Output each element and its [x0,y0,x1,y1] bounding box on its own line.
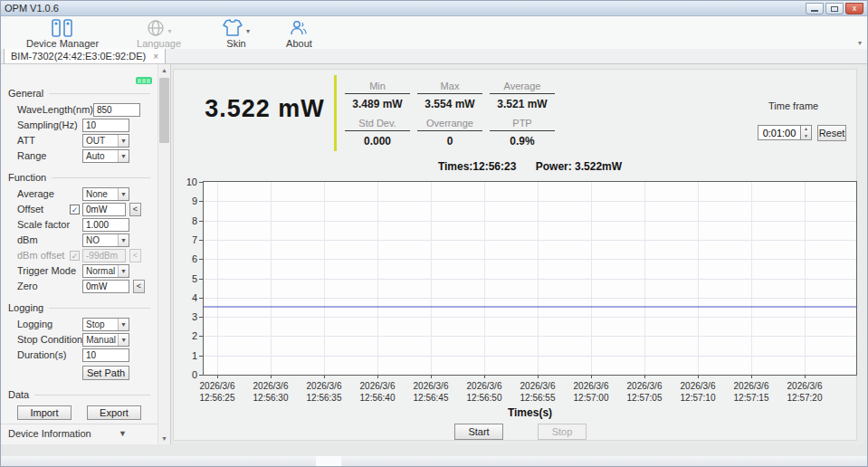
skin-button[interactable]: ▾ Skin [219,18,253,50]
ptp-value: 0.9% [487,131,558,153]
x-tick-mark [751,375,752,378]
reset-button[interactable]: Reset [817,125,846,141]
chevron-down-icon: ▼ [118,265,129,277]
tabstrip: BIM-7302(24:42:E3:0E:92:DE) × [1,49,867,64]
spin-down-icon[interactable]: ▼ [801,133,811,140]
x-tick-mark [644,375,645,378]
y-tick-mark [199,182,203,183]
import-button[interactable]: Import [17,405,72,420]
taskbar-notch [316,456,341,467]
att-label: ATT [17,135,82,146]
y-tick-label: 6 [177,253,197,264]
stop-condition-select[interactable]: Manual▼ [82,333,129,347]
min-label: Min [345,79,410,94]
scale-factor-input[interactable] [82,218,129,232]
about-button[interactable]: About [282,18,316,50]
timeframe-label: Time frame [768,100,818,111]
toolbar-overflow-icon[interactable]: ▾ [858,39,862,47]
device-manager-button[interactable]: Device Manager [23,18,102,50]
window-title: OPM V1.0.6 [5,3,59,14]
export-button[interactable]: Export [87,405,141,420]
stats-grid: Min3.489 mW Max3.554 mW Average3.521 mW … [342,79,558,153]
x-tick-mark [431,375,432,378]
device-information-label: Device Information [8,428,91,439]
scroll-up-icon[interactable]: ▲ [158,64,170,76]
scroll-thumb[interactable] [159,78,169,143]
y-tick-label: 8 [177,215,197,226]
std-dev-label: Std Dev. [345,116,410,131]
y-tick-mark [199,356,203,357]
shirt-icon [223,19,243,37]
person-icon [290,19,308,37]
x-tick-mark [484,375,485,378]
average-stat-label: Average [490,79,555,94]
dbm-select[interactable]: NO▼ [82,234,129,247]
y-tick-mark [199,317,203,318]
zero-label: Zero [17,281,82,291]
stop-button: Stop [538,424,587,440]
duration-input[interactable] [82,348,129,362]
offset-apply-button[interactable]: < [129,203,141,216]
y-tick-mark [199,279,203,280]
average-stat-value: 3.521 mW [487,94,558,116]
power-line-series [204,182,856,375]
spin-up-icon[interactable]: ▲ [801,126,811,133]
chevron-down-icon: ▾ [246,27,250,37]
skin-label: Skin [226,38,245,49]
chevron-down-icon: ▼ [118,188,129,200]
wavelength-input[interactable] [93,103,140,117]
timeframe-input[interactable] [758,125,801,140]
yellow-separator [334,75,337,151]
ptp-label: PTP [490,116,555,131]
att-select[interactable]: OUT▼ [82,134,129,148]
x-tick-mark [538,375,539,378]
y-tick-label: 0 [177,369,197,380]
scroll-down-icon[interactable]: ▼ [158,433,170,444]
section-logging: Logging [8,302,150,313]
device-tab[interactable]: BIM-7302(24:42:E3:0E:92:DE) × [4,48,166,63]
start-button[interactable]: Start [454,424,503,440]
tab-close-icon[interactable]: × [153,52,158,62]
range-select[interactable]: Auto▼ [82,149,129,163]
sampling-input[interactable] [82,119,129,132]
average-select[interactable]: None▼ [82,187,129,201]
dbm-value: NO [83,235,118,245]
y-tick-mark [199,221,203,222]
x-tick-mark [805,375,806,378]
zero-input[interactable] [82,280,129,293]
y-tick-label: 5 [177,273,197,284]
device-manager-icon [51,19,74,37]
y-tick-label: 4 [177,292,197,303]
logging-value: Stop [83,319,118,329]
offset-label: Offset [17,204,70,214]
maximize-button[interactable] [825,3,844,14]
y-tick-mark [199,259,203,260]
x-tick-label: 2026/3/612:57:20 [773,380,836,404]
chevron-down-icon: ▼ [118,319,129,330]
x-tick-mark [698,375,699,378]
x-tick-mark [271,375,272,378]
trigger-mode-value: Normal [83,266,118,276]
language-button: ▾ Language [133,18,185,50]
x-axis-title: Times(s) [203,406,857,419]
chevron-down-icon: ▼ [118,234,129,246]
dbm-offset-apply-button: < [129,249,141,262]
range-value: Auto [83,151,118,161]
chevron-down-icon: ▼ [118,334,129,346]
device-information-header[interactable]: Device Information ▼ [1,424,157,441]
offset-checkbox[interactable]: ✓ [70,205,80,214]
dbm-offset-input [82,249,126,262]
offset-input[interactable] [82,203,126,216]
overrange-label: Overrange [417,116,482,131]
zero-apply-button[interactable]: < [133,280,145,293]
x-tick-mark [591,375,592,378]
trigger-mode-select[interactable]: Normal▼ [82,264,129,278]
sidebar-scrollbar[interactable]: ▲ ▼ [157,64,170,444]
y-tick-mark [199,336,203,337]
y-tick-mark [199,375,203,376]
timeframe-spinner[interactable]: ▲▼ [801,125,812,140]
logging-select[interactable]: Stop▼ [82,318,129,331]
minimize-button[interactable] [806,3,824,14]
set-path-button[interactable]: Set Path [82,366,129,380]
close-button[interactable]: x [845,3,863,14]
